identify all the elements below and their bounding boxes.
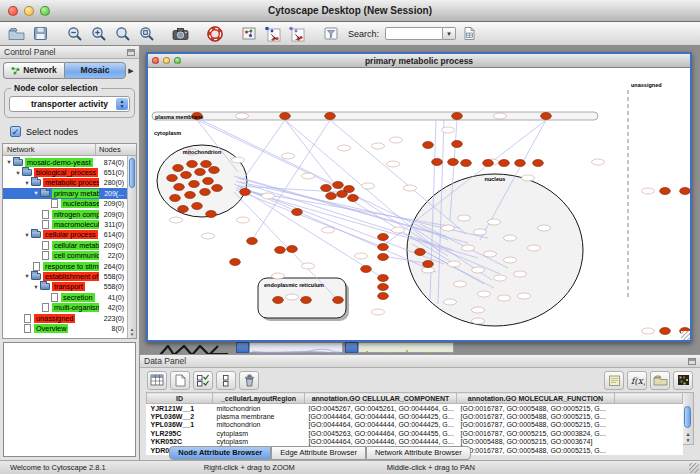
selected-node[interactable] <box>192 203 203 210</box>
node[interactable] <box>442 127 455 133</box>
selected-node[interactable] <box>273 297 284 304</box>
node[interactable] <box>372 309 385 315</box>
tree-row[interactable]: cell communicat22(0) <box>3 251 127 261</box>
node[interactable] <box>392 227 405 233</box>
tree-row[interactable]: ▼biological_process651(0) <box>3 167 127 177</box>
column-go-cellular-component[interactable]: annotation.GO CELLULAR_COMPONENT <box>305 393 457 404</box>
selected-node[interactable] <box>178 206 189 213</box>
selected-node[interactable] <box>432 159 443 166</box>
node[interactable] <box>472 318 485 324</box>
selected-node[interactable] <box>541 113 552 120</box>
node[interactable] <box>592 159 605 165</box>
table-row[interactable]: YPL036W__1mitochondrion[GO:0044464, GO:0… <box>147 421 683 430</box>
selected-node[interactable] <box>167 175 178 182</box>
tree-row[interactable]: multi-organism pro42(0) <box>3 302 127 312</box>
close-window-icon[interactable] <box>8 6 18 16</box>
node[interactable] <box>442 225 455 231</box>
selected-node[interactable] <box>333 297 344 304</box>
node[interactable] <box>484 251 497 257</box>
table-scrollbar[interactable]: ▲▼ <box>683 392 694 445</box>
float-data-panel-icon[interactable] <box>688 358 696 365</box>
node[interactable] <box>522 175 535 181</box>
node[interactable] <box>236 113 249 119</box>
filter-icon[interactable] <box>320 24 341 44</box>
zoom-in-icon[interactable] <box>88 24 109 44</box>
selected-node[interactable] <box>240 189 251 196</box>
tree-row[interactable]: macromolecule311(0) <box>3 219 127 229</box>
node[interactable] <box>472 307 485 313</box>
network-view-titlebar[interactable]: primary metabolic process <box>148 54 690 68</box>
node[interactable] <box>454 281 467 287</box>
node[interactable] <box>302 263 315 269</box>
node[interactable] <box>286 294 299 300</box>
selected-node[interactable] <box>337 191 348 198</box>
selected-node[interactable] <box>378 293 389 300</box>
import-attributes-icon[interactable] <box>650 371 670 390</box>
app-resize-grip[interactable] <box>689 463 699 473</box>
selected-node[interactable] <box>174 184 185 191</box>
open-icon[interactable] <box>6 24 27 44</box>
tabs-overflow-icon[interactable]: ▶ <box>126 67 136 75</box>
import-table-icon[interactable] <box>459 24 480 44</box>
tree-row[interactable]: ▼primary metabo209(... <box>3 188 127 198</box>
selected-node[interactable] <box>378 244 389 251</box>
selected-node[interactable] <box>499 160 510 167</box>
tree-row[interactable]: ▼metabolic process280(0) <box>3 178 127 188</box>
column-cellular-layout-region[interactable]: _cellularLayoutRegion <box>213 393 305 404</box>
select-nodes-checkbox[interactable]: ✓ <box>10 126 21 137</box>
node[interactable] <box>528 245 541 251</box>
column-id[interactable]: ID <box>147 393 213 404</box>
selected-node[interactable] <box>189 181 200 188</box>
table-scrollbar-arrows[interactable]: ▲▼ <box>683 431 693 443</box>
selected-node[interactable] <box>378 234 389 241</box>
node[interactable] <box>355 253 368 259</box>
node[interactable] <box>404 185 417 191</box>
node[interactable] <box>642 188 655 194</box>
tree-row[interactable]: unassigned223(0) <box>3 313 127 323</box>
vizmapper-icon[interactable] <box>238 24 259 44</box>
node[interactable] <box>488 219 501 225</box>
node[interactable] <box>494 275 507 281</box>
save-icon[interactable] <box>30 24 51 44</box>
node[interactable] <box>322 227 335 233</box>
selected-node[interactable] <box>212 185 223 192</box>
window-titlebar[interactable]: Cytoscape Desktop (New Session) <box>0 0 700 22</box>
expand-arrow-icon[interactable]: ▼ <box>23 180 31 186</box>
delete-attribute-icon[interactable] <box>239 371 259 390</box>
selected-node[interactable] <box>423 261 434 268</box>
selected-node[interactable] <box>181 172 192 179</box>
tree-column-nodes[interactable]: Nodes <box>96 144 136 155</box>
search-dropdown-icon[interactable]: ▼ <box>443 27 456 40</box>
close-view-icon[interactable] <box>152 57 159 64</box>
node[interactable] <box>272 273 285 279</box>
snapshot-icon[interactable] <box>170 24 191 44</box>
tree-row[interactable]: ▼cellular process614(0) <box>3 230 127 240</box>
selected-node[interactable] <box>187 161 198 168</box>
selected-node[interactable] <box>230 259 241 266</box>
selected-node[interactable] <box>378 254 389 261</box>
selected-node[interactable] <box>185 192 196 199</box>
float-panel-icon[interactable] <box>127 49 135 56</box>
selected-node[interactable] <box>378 275 389 282</box>
node[interactable] <box>462 245 475 251</box>
node[interactable] <box>390 137 403 143</box>
minimize-view-icon[interactable] <box>163 57 170 64</box>
layout-icon-2[interactable] <box>286 24 307 44</box>
tree-column-network[interactable]: Network <box>3 144 96 155</box>
network-canvas[interactable]: plasma membrane cytoplasm mitochondrion … <box>148 68 690 340</box>
tree-row[interactable]: secretion41(0) <box>3 292 127 302</box>
tab-edge-attribute-browser[interactable]: Edge Attribute Browser <box>271 446 366 460</box>
selected-node[interactable] <box>415 249 426 256</box>
selected-node[interactable] <box>448 159 459 166</box>
tab-mosaic[interactable]: Mosaic <box>64 62 126 79</box>
zoom-out-icon[interactable] <box>64 24 85 44</box>
tree-scrollbar-thumb[interactable] <box>129 158 135 188</box>
tab-node-attribute-browser[interactable]: Node Attribute Browser <box>169 446 271 460</box>
selected-node[interactable] <box>200 189 211 196</box>
search-input[interactable] <box>385 27 443 40</box>
tree-row[interactable]: response to stimulu264(0) <box>3 261 127 271</box>
selected-node[interactable] <box>195 169 206 176</box>
selected-node[interactable] <box>660 188 671 195</box>
selected-node[interactable] <box>533 160 544 167</box>
tab-network[interactable]: Network <box>3 62 64 79</box>
